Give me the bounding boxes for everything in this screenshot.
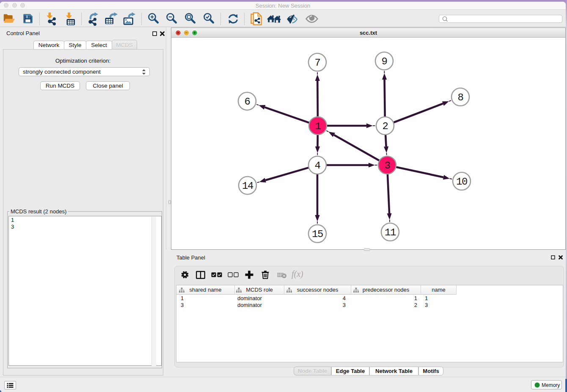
svg-text:14: 14 <box>242 180 253 192</box>
svg-text:3: 3 <box>385 160 390 171</box>
svg-text:1: 1 <box>315 121 321 132</box>
svg-text:10: 10 <box>456 176 467 188</box>
svg-text:9: 9 <box>382 56 387 67</box>
svg-text:11: 11 <box>385 227 396 238</box>
svg-text:15: 15 <box>312 229 323 240</box>
svg-text:2: 2 <box>383 121 388 132</box>
svg-text:8: 8 <box>458 92 463 103</box>
svg-text:4: 4 <box>315 160 321 171</box>
svg-text:6: 6 <box>245 96 250 108</box>
svg-text:7: 7 <box>315 57 320 69</box>
